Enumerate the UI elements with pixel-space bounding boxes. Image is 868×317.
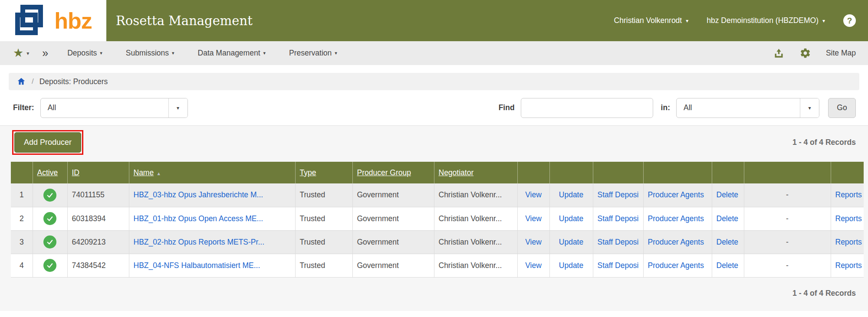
institution-menu-label: hbz Demoinstitution (HBZDEMO) (707, 16, 819, 25)
nav-item-deposits[interactable]: Deposits ▾ (67, 49, 102, 58)
sort-ascending-icon: ▲ (156, 171, 161, 176)
add-producer-button[interactable]: Add Producer (14, 132, 81, 153)
expand-menu-icon[interactable]: » (42, 47, 48, 59)
find-input[interactable] (521, 98, 653, 118)
favorites-star-icon[interactable]: ★ (13, 47, 23, 59)
reports-link[interactable]: Reports (835, 190, 862, 199)
delete-link[interactable]: Delete (717, 190, 739, 199)
in-label: in: (661, 103, 670, 112)
breadcrumb-wrap: / Deposits: Producers (0, 65, 868, 90)
column-header-negotiator[interactable]: Negotiator (434, 162, 517, 183)
hbz-logo[interactable]: hbz (0, 0, 106, 41)
view-cell: View (517, 230, 549, 254)
staff-deposits-link[interactable]: Staff Deposits (598, 190, 639, 199)
producer-agents-link[interactable]: Producer Agents (648, 238, 707, 247)
row-number: 1 (11, 183, 33, 207)
column-header-producer-group[interactable]: Producer Group (352, 162, 434, 183)
id-cell: 64209213 (67, 230, 129, 254)
reports-link[interactable]: Reports (835, 238, 862, 246)
producer-agents-cell: Producer Agents (643, 254, 712, 277)
active-check-icon (43, 235, 56, 248)
home-icon[interactable] (16, 77, 26, 86)
reports-cell: Reports (831, 183, 864, 207)
user-menu[interactable]: Christian Volkenrodt ▾ (614, 16, 689, 25)
nav-item-label: Preservation (289, 49, 332, 58)
staff-deposits-cell: Staff Deposits (593, 230, 643, 254)
content-area: Add Producer 1 - 4 of 4 Records Active I… (0, 126, 868, 311)
help-icon[interactable]: ? (843, 14, 856, 27)
view-link[interactable]: View (525, 238, 542, 246)
nav-item-data-management[interactable]: Data Management ▾ (198, 49, 266, 58)
delete-link[interactable]: Delete (717, 238, 739, 246)
chevron-down-icon: ▾ (335, 51, 337, 56)
producer-agents-cell: Producer Agents (643, 207, 712, 230)
upload-icon[interactable] (773, 47, 785, 59)
producer-agents-cell: Producer Agents (643, 230, 712, 254)
name-cell: HBZ_02-hbz Opus Reports METS-Pr... (129, 230, 295, 254)
column-header-id[interactable]: ID (67, 162, 129, 183)
chevron-down-icon[interactable]: ▾ (168, 98, 187, 118)
update-cell: Update (549, 183, 593, 207)
rosetta-management-page: hbz Rosetta Management Christian Volkenr… (0, 0, 868, 317)
go-button[interactable]: Go (828, 98, 856, 118)
update-link[interactable]: Update (559, 238, 583, 246)
view-link[interactable]: View (525, 190, 542, 199)
producer-name-link[interactable]: HBZ_01-hbz Opus Open Access ME... (134, 214, 263, 223)
id-cell: 60318394 (67, 207, 129, 230)
main-navbar: ★ ▾ » Deposits ▾ Submissions ▾ Data Mana… (0, 41, 868, 65)
producer-agents-link[interactable]: Producer Agents (648, 261, 707, 270)
name-cell: HBZ_03-hbz Opus Jahresberichte M... (129, 183, 295, 207)
site-map-link[interactable]: Site Map (826, 49, 856, 58)
gear-icon[interactable] (799, 47, 811, 59)
update-link[interactable]: Update (559, 214, 583, 223)
producer-agents-link[interactable]: Producer Agents (648, 214, 707, 223)
row-number: 2 (11, 207, 33, 230)
type-cell: Trusted (295, 183, 352, 207)
favorites-chevron-down-icon[interactable]: ▾ (26, 50, 29, 56)
nav-item-label: Data Management (198, 49, 260, 58)
filter-bar: Filter: All ▾ Find in: All ▾ Go (0, 90, 868, 126)
update-link[interactable]: Update (559, 190, 583, 199)
producer-name-link[interactable]: HBZ_02-hbz Opus Reports METS-Pr... (134, 238, 265, 246)
reports-cell: Reports (831, 230, 864, 254)
staff-deposits-link[interactable]: Staff Deposits (598, 238, 639, 247)
table-row: 4 74384542 HBZ_04-NFS Halbautomatisiert … (11, 254, 864, 277)
institution-menu[interactable]: hbz Demoinstitution (HBZDEMO) ▾ (707, 16, 825, 25)
nav-item-label: Deposits (67, 49, 97, 58)
nav-item-label: Submissions (126, 49, 169, 58)
column-header-type[interactable]: Type (295, 162, 352, 183)
delete-link[interactable]: Delete (717, 214, 739, 223)
chevron-down-icon[interactable]: ▾ (800, 98, 819, 118)
view-link[interactable]: View (525, 261, 542, 270)
column-header-active[interactable]: Active (33, 162, 67, 183)
table-row: 2 60318394 HBZ_01-hbz Opus Open Access M… (11, 207, 864, 230)
producer-name-link[interactable]: HBZ_03-hbz Opus Jahresberichte M... (134, 190, 263, 199)
column-header-producer-agents (643, 162, 712, 183)
breadcrumb: / Deposits: Producers (9, 73, 859, 90)
dash-cell: - (744, 230, 831, 254)
column-header-rownum (11, 162, 33, 183)
view-link[interactable]: View (525, 214, 542, 223)
filter-dropdown[interactable]: All ▾ (40, 98, 188, 118)
table-row: 1 74011155 HBZ_03-hbz Opus Jahresbericht… (11, 183, 864, 207)
staff-deposits-link[interactable]: Staff Deposits (598, 261, 639, 270)
view-cell: View (517, 183, 549, 207)
producer-agents-link[interactable]: Producer Agents (648, 190, 707, 199)
negotiator-cell: Christian Volkenr... (434, 254, 517, 277)
delete-link[interactable]: Delete (717, 261, 739, 270)
reports-link[interactable]: Reports (835, 261, 862, 270)
in-dropdown[interactable]: All ▾ (676, 98, 819, 118)
active-check-icon (43, 259, 56, 272)
staff-deposits-cell: Staff Deposits (593, 183, 643, 207)
reports-link[interactable]: Reports (835, 214, 862, 223)
producer-name-link[interactable]: HBZ_04-NFS Halbautomatisiert ME... (134, 261, 260, 270)
row-number: 4 (11, 254, 33, 277)
staff-deposits-link[interactable]: Staff Deposits (598, 214, 639, 223)
update-link[interactable]: Update (559, 261, 583, 270)
nav-item-preservation[interactable]: Preservation ▾ (289, 49, 337, 58)
bottom-strip (0, 311, 868, 317)
user-menu-label: Christian Volkenrodt (614, 16, 682, 25)
column-header-name[interactable]: Name▲ (129, 162, 295, 183)
records-summary-bottom: 1 - 4 of 4 Records (792, 289, 856, 297)
nav-item-submissions[interactable]: Submissions ▾ (126, 49, 174, 58)
